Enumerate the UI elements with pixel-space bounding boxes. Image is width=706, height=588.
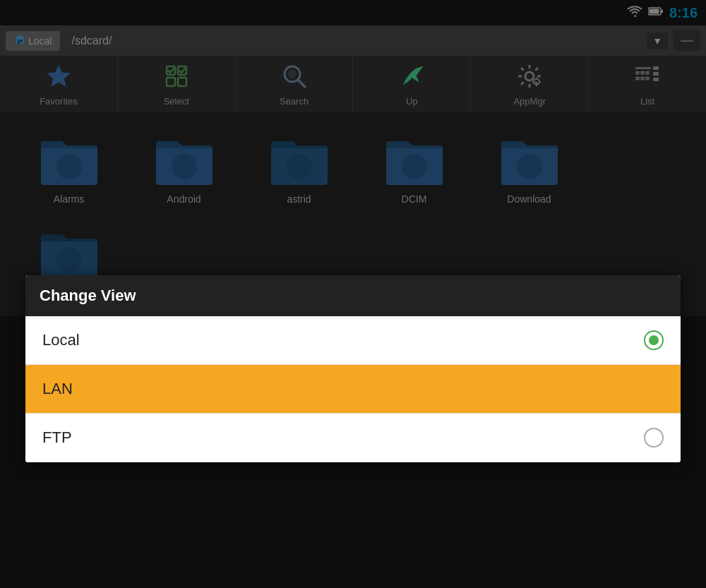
dialog-title: Change View xyxy=(25,275,681,316)
dialog-option-ftp[interactable]: FTP xyxy=(25,414,681,462)
dialog-option-local[interactable]: Local xyxy=(25,316,681,365)
local-radio-inner xyxy=(649,335,659,345)
local-radio xyxy=(644,330,664,350)
change-view-dialog: Change View Local LAN FTP xyxy=(25,275,681,462)
lan-radio-inner xyxy=(649,384,659,394)
ftp-option-label: FTP xyxy=(42,428,72,447)
ftp-radio xyxy=(644,428,664,448)
lan-option-label: LAN xyxy=(42,380,73,398)
lan-radio xyxy=(644,379,664,399)
local-option-label: Local xyxy=(42,331,80,349)
dialog-option-lan[interactable]: LAN xyxy=(25,365,681,414)
